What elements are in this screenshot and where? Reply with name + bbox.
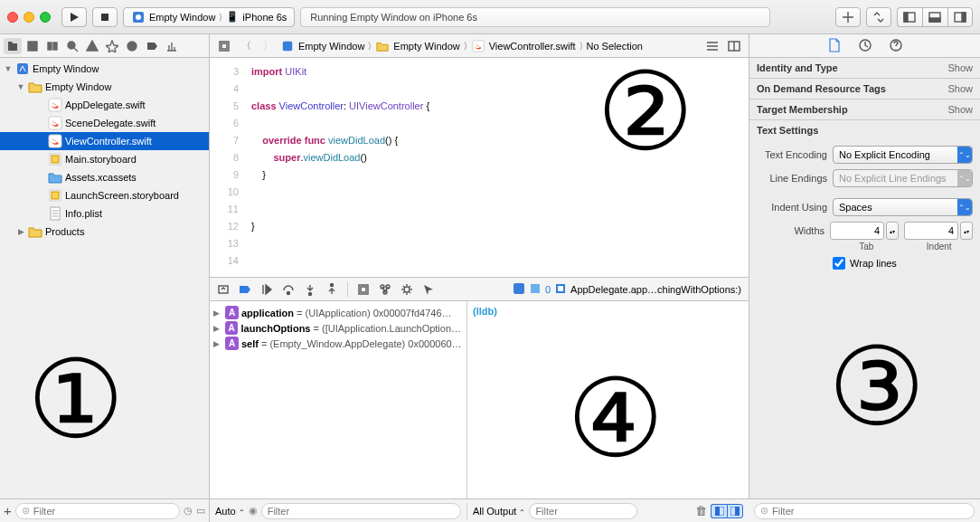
- console-view[interactable]: (lldb) ④: [467, 301, 749, 498]
- show-toggle[interactable]: Show: [947, 104, 973, 115]
- right-panel-toggle[interactable]: [947, 7, 973, 27]
- step-over-icon[interactable]: [278, 281, 298, 298]
- recent-filter-icon[interactable]: ◷: [184, 505, 193, 517]
- indent-width-input[interactable]: 4: [904, 222, 958, 240]
- crumb-3[interactable]: No Selection: [587, 41, 643, 52]
- close-window-icon[interactable]: [7, 12, 18, 23]
- section-title: Identity and Type: [757, 62, 838, 73]
- run-button[interactable]: [61, 7, 87, 27]
- view-icon[interactable]: ◉: [249, 505, 258, 517]
- disclosure-icon[interactable]: ▼: [4, 64, 13, 73]
- console-filter-input[interactable]: [535, 506, 660, 517]
- memory-graph-icon[interactable]: [375, 281, 395, 298]
- view-debug-icon[interactable]: [353, 281, 373, 298]
- tree-file[interactable]: Info.plist: [0, 204, 209, 223]
- thread-selector[interactable]: 0 AppDelegate.app…chingWithOptions:): [513, 282, 745, 297]
- tree-file[interactable]: SceneDelegate.swift: [0, 114, 209, 132]
- stop-button[interactable]: [92, 7, 118, 27]
- variables-view[interactable]: ▶A application = (UIApplication) 0x00007…: [210, 301, 467, 498]
- editor-lines-icon[interactable]: [703, 38, 721, 54]
- location-icon[interactable]: [419, 281, 438, 298]
- crumb-0[interactable]: Empty Window: [298, 41, 364, 52]
- filter-input[interactable]: [33, 506, 174, 517]
- trash-icon[interactable]: 🗑: [695, 504, 707, 517]
- tree-file[interactable]: ViewController.swift: [0, 132, 209, 150]
- console-filter[interactable]: [529, 503, 637, 519]
- step-into-icon[interactable]: [300, 281, 320, 298]
- show-toggle[interactable]: Show: [947, 83, 973, 94]
- code-review-button[interactable]: [866, 7, 891, 27]
- show-toggle[interactable]: Show: [947, 62, 973, 73]
- wrap-lines-checkbox[interactable]: [833, 257, 845, 270]
- bottom-panel-toggle[interactable]: [922, 7, 947, 27]
- code-content[interactable]: import UIKit class ViewController: UIVie…: [246, 58, 749, 277]
- tab-width-input[interactable]: 4: [830, 222, 884, 240]
- indent-stepper[interactable]: ▴▾: [960, 222, 973, 240]
- crumb-2[interactable]: ViewController.swift: [489, 41, 576, 52]
- crumb-1[interactable]: Empty Window: [393, 41, 459, 52]
- navigator-filter[interactable]: ⊜: [15, 503, 180, 519]
- disclosure-icon[interactable]: ▼: [16, 82, 25, 91]
- svg-rect-25: [283, 41, 293, 51]
- continue-icon[interactable]: [257, 281, 277, 298]
- project-navigator-tab[interactable]: [4, 38, 22, 54]
- hide-debug-icon[interactable]: [213, 281, 233, 298]
- related-items-icon[interactable]: [215, 38, 233, 54]
- forward-button[interactable]: 〉: [259, 38, 277, 54]
- disclosure-icon[interactable]: ▶: [16, 227, 25, 236]
- tree-file[interactable]: Main.storyboard: [0, 150, 209, 168]
- report-navigator-tab[interactable]: [163, 38, 181, 54]
- minimize-window-icon[interactable]: [24, 12, 34, 23]
- tree-file[interactable]: Assets.xcassets: [0, 168, 209, 186]
- variable-row[interactable]: ▶A self = (Empty_Window.AppDelegate) 0x0…: [210, 336, 466, 351]
- tree-products-group[interactable]: ▶ Products: [0, 223, 209, 241]
- var-name: self: [241, 338, 259, 349]
- ondemand-section-header[interactable]: On Demand Resource Tags Show: [749, 79, 980, 100]
- target-section-header[interactable]: Target Membership Show: [749, 100, 980, 120]
- environment-icon[interactable]: [397, 281, 417, 298]
- text-encoding-select[interactable]: No Explicit Encoding⌃⌄: [833, 146, 973, 164]
- tree-project-root[interactable]: ▼ Empty Window: [0, 60, 209, 78]
- library-button[interactable]: [835, 7, 861, 27]
- all-output-menu[interactable]: All Output ⌃: [473, 506, 525, 517]
- file-inspector-tab[interactable]: [828, 38, 841, 54]
- breadcrumb[interactable]: Empty Window ⟩ Empty Window ⟩ ViewContro…: [280, 39, 700, 53]
- vars-pane-toggle[interactable]: [711, 504, 727, 518]
- auto-menu[interactable]: Auto ⌃: [215, 506, 245, 517]
- scm-filter-icon[interactable]: ▭: [196, 505, 205, 517]
- test-navigator-tab[interactable]: [103, 38, 121, 54]
- back-button[interactable]: 〈: [237, 38, 255, 54]
- issue-navigator-tab[interactable]: [83, 38, 101, 54]
- code-editor[interactable]: 34567891011121314 import UIKit class Vie…: [210, 58, 749, 277]
- add-button[interactable]: +: [4, 503, 12, 518]
- tree-file[interactable]: AppDelegate.swift: [0, 96, 209, 114]
- debug-navigator-tab[interactable]: [123, 38, 141, 54]
- variable-row[interactable]: ▶A launchOptions = ([UIApplication.Launc…: [210, 320, 466, 336]
- adjust-editor-icon[interactable]: [725, 38, 743, 54]
- tab-stepper[interactable]: ▴▾: [886, 222, 899, 240]
- inspector-filter-input[interactable]: [772, 506, 968, 517]
- tree-file[interactable]: LaunchScreen.storyboard: [0, 186, 209, 204]
- symbol-navigator-tab[interactable]: [43, 38, 61, 54]
- left-panel-toggle[interactable]: [897, 7, 922, 27]
- indent-using-select[interactable]: Spaces⌃⌄: [833, 198, 973, 216]
- history-inspector-tab[interactable]: [859, 39, 872, 53]
- vars-filter[interactable]: [261, 503, 461, 519]
- vars-filter-input[interactable]: [268, 506, 455, 517]
- find-navigator-tab[interactable]: [63, 38, 81, 54]
- tree-group[interactable]: ▼ Empty Window: [0, 78, 209, 96]
- line-endings-select[interactable]: No Explicit Line Endings⌃⌄: [833, 169, 973, 187]
- inspector-filter[interactable]: ⊜: [754, 503, 975, 519]
- variable-row[interactable]: ▶A application = (UIApplication) 0x00007…: [210, 305, 466, 320]
- console-pane-toggle[interactable]: [727, 504, 743, 518]
- breakpoints-icon[interactable]: [235, 281, 255, 298]
- identity-section-header[interactable]: Identity and Type Show: [749, 58, 980, 79]
- breakpoint-navigator-tab[interactable]: [143, 38, 161, 54]
- debug-toolbar: 0 AppDelegate.app…chingWithOptions:): [210, 278, 749, 301]
- source-control-navigator-tab[interactable]: [24, 38, 42, 54]
- step-out-icon[interactable]: [322, 281, 342, 298]
- scheme-selector[interactable]: Empty Window ⟩ 📱 iPhone 6s: [123, 7, 295, 27]
- zoom-window-icon[interactable]: [40, 12, 51, 23]
- help-inspector-tab[interactable]: [890, 39, 902, 53]
- frame-icon: [554, 282, 567, 297]
